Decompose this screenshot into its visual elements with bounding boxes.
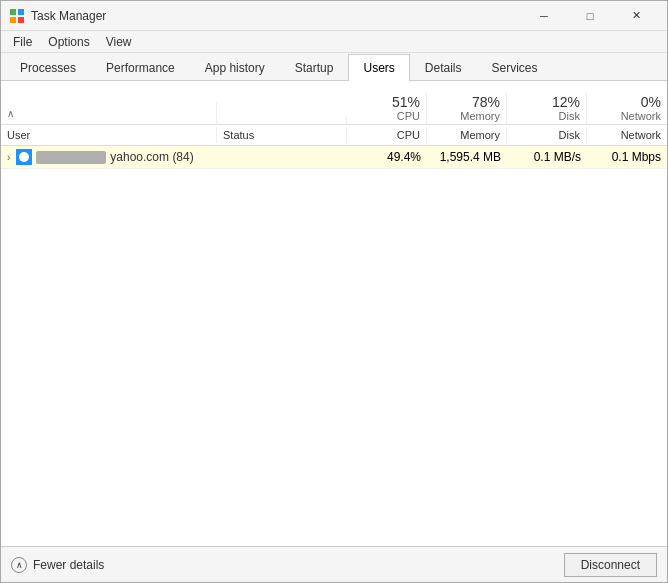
title-bar: Task Manager ─ □ ✕ (1, 1, 667, 31)
row-memory-cell: 1,595.4 MB (427, 147, 507, 167)
main-content: ∧ 51% CPU 78% Memory 12% Disk 0% Network… (1, 81, 667, 546)
memory-percent: 78% (433, 94, 500, 110)
col-network-header[interactable]: 0% Network (587, 92, 667, 124)
expand-icon[interactable]: › (7, 152, 10, 163)
disk-percent: 12% (513, 94, 580, 110)
disconnect-button[interactable]: Disconnect (564, 553, 657, 577)
row-status-cell (217, 154, 347, 160)
menu-bar: File Options View (1, 31, 667, 53)
window-controls: ─ □ ✕ (521, 1, 659, 31)
window-title: Task Manager (31, 9, 521, 23)
header-memory[interactable]: Memory (427, 127, 507, 143)
row-cpu-cell: 49.4% (347, 147, 427, 167)
header-cpu[interactable]: CPU (347, 127, 427, 143)
footer: ∧ Fewer details Disconnect (1, 546, 667, 582)
header-status[interactable]: Status (217, 127, 347, 143)
menu-options[interactable]: Options (40, 33, 97, 51)
column-label-row: User Status CPU Memory Disk Network (1, 125, 667, 146)
svg-rect-2 (10, 17, 16, 23)
svg-rect-3 (18, 17, 24, 23)
column-header-metrics: ∧ 51% CPU 78% Memory 12% Disk 0% Network (1, 81, 667, 125)
menu-view[interactable]: View (98, 33, 140, 51)
col-memory-header[interactable]: 78% Memory (427, 92, 507, 124)
tab-performance[interactable]: Performance (91, 54, 190, 81)
tab-startup[interactable]: Startup (280, 54, 349, 81)
tab-details[interactable]: Details (410, 54, 477, 81)
tab-app-history[interactable]: App history (190, 54, 280, 81)
user-avatar (16, 149, 32, 165)
fewer-details-button[interactable]: ∧ Fewer details (11, 557, 104, 573)
username-suffix: yahoo.com (84) (110, 150, 193, 164)
username-blurred (36, 151, 106, 164)
col-cpu-header[interactable]: 51% CPU (347, 92, 427, 124)
app-icon (9, 8, 25, 24)
col-user-spacer: ∧ (1, 102, 217, 124)
row-network-cell: 0.1 Mbps (587, 147, 667, 167)
row-user-cell: › yahoo.com (84) (1, 146, 217, 168)
table-body: › yahoo.com (84) 49.4% 1,595.4 MB 0.1 MB… (1, 146, 667, 546)
cpu-percent: 51% (353, 94, 420, 110)
network-label: Network (593, 110, 661, 122)
close-button[interactable]: ✕ (613, 1, 659, 31)
col-status-spacer (217, 116, 347, 124)
minimize-button[interactable]: ─ (521, 1, 567, 31)
cpu-label: CPU (353, 110, 420, 122)
header-network[interactable]: Network (587, 127, 667, 143)
col-disk-header[interactable]: 12% Disk (507, 92, 587, 124)
user-avatar-inner (19, 152, 29, 162)
menu-file[interactable]: File (5, 33, 40, 51)
header-user[interactable]: User (1, 127, 217, 143)
memory-label: Memory (433, 110, 500, 122)
svg-rect-1 (18, 9, 24, 15)
table-row[interactable]: › yahoo.com (84) 49.4% 1,595.4 MB 0.1 MB… (1, 146, 667, 169)
header-disk[interactable]: Disk (507, 127, 587, 143)
tab-users[interactable]: Users (348, 54, 409, 81)
fewer-details-label: Fewer details (33, 558, 104, 572)
row-disk-cell: 0.1 MB/s (507, 147, 587, 167)
sort-arrow-icon[interactable]: ∧ (7, 108, 14, 119)
tab-processes[interactable]: Processes (5, 54, 91, 81)
svg-rect-0 (10, 9, 16, 15)
tab-bar: Processes Performance App history Startu… (1, 53, 667, 81)
chevron-up-icon: ∧ (11, 557, 27, 573)
disk-label: Disk (513, 110, 580, 122)
tab-services[interactable]: Services (477, 54, 553, 81)
network-percent: 0% (593, 94, 661, 110)
task-manager-window: Task Manager ─ □ ✕ File Options View Pro… (0, 0, 668, 583)
maximize-button[interactable]: □ (567, 1, 613, 31)
